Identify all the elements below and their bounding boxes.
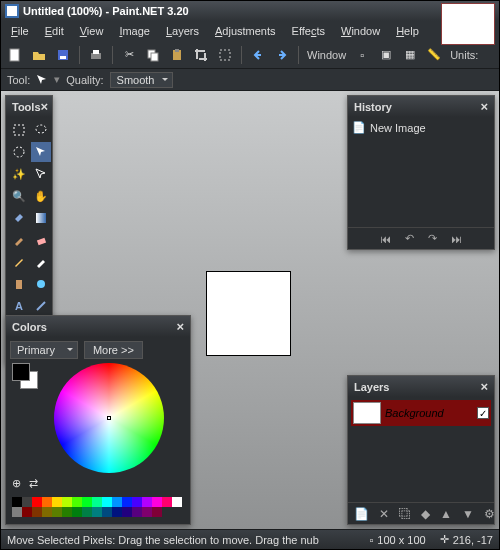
menu-edit[interactable]: Edit [39, 23, 70, 39]
color-swatches[interactable] [12, 363, 38, 389]
active-tool-icon[interactable] [36, 74, 48, 86]
palette-swatch[interactable] [22, 507, 32, 517]
layer-down-icon[interactable]: ▼ [462, 507, 474, 521]
history-item[interactable]: 📄New Image [352, 121, 490, 134]
tool-picker[interactable] [31, 252, 51, 272]
history-close-icon[interactable]: × [480, 99, 488, 114]
print-icon[interactable] [88, 47, 104, 63]
layer-props-icon[interactable]: ⚙ [484, 507, 495, 521]
crop-icon[interactable] [193, 47, 209, 63]
menu-adjustments[interactable]: Adjustments [209, 23, 282, 39]
redo-icon[interactable] [274, 47, 290, 63]
palette-swatch[interactable] [52, 497, 62, 507]
new-icon[interactable] [7, 47, 23, 63]
history-forward-icon[interactable]: ⏭ [451, 233, 462, 245]
palette-swatch[interactable] [22, 497, 32, 507]
tool-eraser[interactable] [31, 230, 51, 250]
palette-swatch[interactable] [122, 497, 132, 507]
tool-lasso[interactable] [31, 120, 51, 140]
tool-zoom[interactable]: 🔍 [9, 186, 29, 206]
palette-swatch[interactable] [152, 507, 162, 517]
palette-swatch[interactable] [142, 497, 152, 507]
layer-delete-icon[interactable]: ✕ [379, 507, 389, 521]
layer-row[interactable]: Background ✓ [351, 400, 491, 426]
tool-clone[interactable] [9, 274, 29, 294]
wheel-cursor[interactable] [107, 416, 111, 420]
layers-close-icon[interactable]: × [480, 379, 488, 394]
palette-swatch[interactable] [112, 497, 122, 507]
palette-swatch[interactable] [102, 507, 112, 517]
layer-duplicate-icon[interactable]: ⿻ [399, 507, 411, 521]
menu-view[interactable]: View [74, 23, 110, 39]
palette-swatch[interactable] [112, 507, 122, 517]
menu-layers[interactable]: Layers [160, 23, 205, 39]
grid-icon[interactable]: ▦ [402, 47, 418, 63]
copy-icon[interactable] [145, 47, 161, 63]
palette-swatch[interactable] [132, 497, 142, 507]
primary-color[interactable] [12, 363, 30, 381]
swap-colors-icon[interactable]: ⇄ [29, 477, 38, 490]
paste-icon[interactable] [169, 47, 185, 63]
history-undo-icon[interactable]: ↶ [405, 232, 414, 245]
menu-window[interactable]: Window [335, 23, 386, 39]
add-color-icon[interactable]: ⊕ [12, 477, 21, 490]
palette-swatch[interactable] [172, 497, 182, 507]
ruler-icon[interactable]: 📏 [426, 47, 442, 63]
tool-gradient[interactable] [31, 208, 51, 228]
workarea[interactable]: Tools× ✨ 🔍 ✋ A [1, 91, 499, 529]
history-rewind-icon[interactable]: ⏮ [380, 233, 391, 245]
colors-close-icon[interactable]: × [176, 319, 184, 334]
palette-swatch[interactable] [122, 507, 132, 517]
palette-swatch[interactable] [82, 497, 92, 507]
tool-move[interactable] [31, 142, 51, 162]
palette-swatch[interactable] [142, 507, 152, 517]
layer-up-icon[interactable]: ▲ [440, 507, 452, 521]
palette-swatch[interactable] [102, 497, 112, 507]
palette-swatch[interactable] [52, 507, 62, 517]
palette-swatch[interactable] [162, 497, 172, 507]
cut-icon[interactable]: ✂ [121, 47, 137, 63]
tool-pencil[interactable] [9, 252, 29, 272]
palette-swatch[interactable] [132, 507, 142, 517]
history-redo-icon[interactable]: ↷ [428, 232, 437, 245]
palette-swatch[interactable] [32, 497, 42, 507]
menu-effects[interactable]: Effects [286, 23, 331, 39]
layer-visible-checkbox[interactable]: ✓ [477, 407, 489, 419]
palette-swatch[interactable] [62, 497, 72, 507]
palette-swatch[interactable] [12, 497, 22, 507]
palette-swatch[interactable] [92, 497, 102, 507]
more-button[interactable]: More >> [84, 341, 143, 359]
palette-swatch[interactable] [72, 507, 82, 517]
tool-rect-select[interactable] [9, 120, 29, 140]
palette-swatch[interactable] [32, 507, 42, 517]
palette-swatch[interactable] [62, 507, 72, 517]
tool-ellipse-select[interactable] [9, 142, 29, 162]
color-wheel[interactable] [54, 363, 164, 473]
palette-swatch[interactable] [92, 507, 102, 517]
tools-close-icon[interactable]: × [41, 99, 49, 114]
palette-swatch[interactable] [12, 507, 22, 517]
tool-line[interactable] [31, 296, 51, 316]
deselect-icon[interactable] [217, 47, 233, 63]
tool-fill[interactable] [9, 208, 29, 228]
tool-pan[interactable]: ✋ [31, 186, 51, 206]
document-thumbnail[interactable] [441, 3, 495, 45]
palette-swatch[interactable] [152, 497, 162, 507]
palette-swatch[interactable] [42, 497, 52, 507]
menu-file[interactable]: File [5, 23, 35, 39]
open-icon[interactable] [31, 47, 47, 63]
menu-image[interactable]: Image [113, 23, 156, 39]
tool-recolor[interactable] [31, 274, 51, 294]
quality-dropdown[interactable]: Smooth [110, 72, 174, 88]
zoom-fit-icon[interactable]: ▣ [378, 47, 394, 63]
palette-swatch[interactable] [82, 507, 92, 517]
save-icon[interactable] [55, 47, 71, 63]
layer-add-icon[interactable]: 📄 [354, 507, 369, 521]
tool-magic-wand[interactable]: ✨ [9, 164, 29, 184]
tool-brush[interactable] [9, 230, 29, 250]
canvas[interactable] [206, 271, 291, 356]
layer-merge-icon[interactable]: ◆ [421, 507, 430, 521]
menu-help[interactable]: Help [390, 23, 425, 39]
palette-swatch[interactable] [72, 497, 82, 507]
tool-text[interactable]: A [9, 296, 29, 316]
